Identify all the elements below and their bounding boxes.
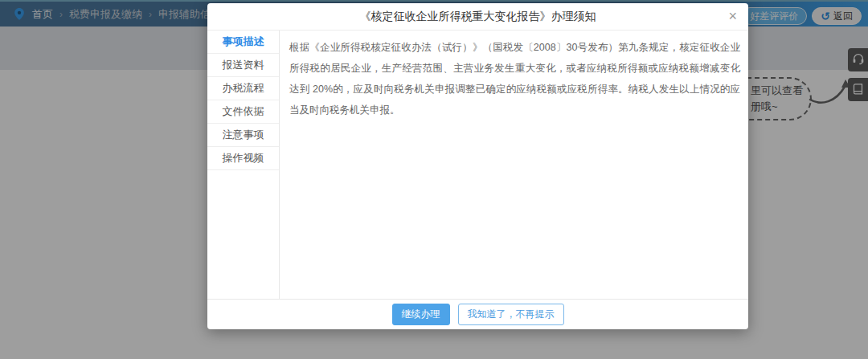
tab-submission-materials[interactable]: 报送资料	[207, 54, 279, 77]
modal-header: 《核定征收企业所得税重大变化报告》办理须知 ×	[207, 3, 748, 31]
notice-modal: 《核定征收企业所得税重大变化报告》办理须知 × 事项描述 报送资料 办税流程 文…	[207, 3, 748, 329]
continue-button[interactable]: 继续办理	[392, 304, 450, 325]
tab-precautions[interactable]: 注意事项	[207, 124, 279, 147]
dismiss-button[interactable]: 我知道了，不再提示	[458, 304, 564, 325]
modal-body: 事项描述 报送资料 办税流程 文件依据 注意事项 操作视频 根据《企业所得税核定…	[207, 31, 748, 299]
close-icon[interactable]: ×	[727, 7, 739, 25]
modal-footer: 继续办理 我知道了，不再提示	[207, 299, 748, 329]
tab-item-description[interactable]: 事项描述	[207, 31, 279, 54]
app-root: 首页 › 税费申报及缴纳 › 申报辅助信息报告 › 核定 好差评评价 ↺ 返回 …	[0, 0, 868, 359]
tab-operation-video[interactable]: 操作视频	[207, 147, 279, 170]
modal-title: 《核定征收企业所得税重大变化报告》办理须知	[360, 10, 596, 24]
modal-tab-list: 事项描述 报送资料 办税流程 文件依据 注意事项 操作视频	[207, 31, 280, 299]
tab-tax-process[interactable]: 办税流程	[207, 77, 279, 100]
notice-paragraph: 根据《企业所得税核定征收办法（试行）》（国税发〔2008〕30号发布）第九条规定…	[289, 42, 740, 116]
tab-document-basis[interactable]: 文件依据	[207, 100, 279, 124]
modal-content: 根据《企业所得税核定征收办法（试行）》（国税发〔2008〕30号发布）第九条规定…	[280, 31, 748, 299]
